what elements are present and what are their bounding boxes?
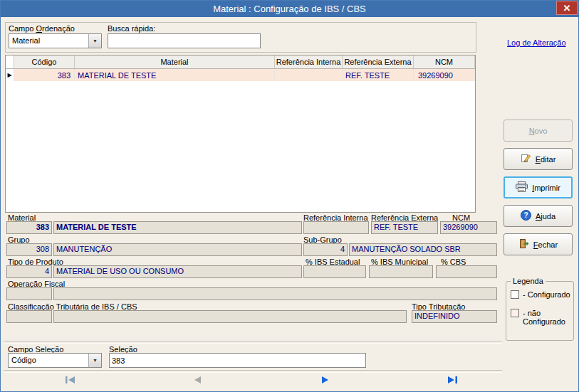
exit-door-icon bbox=[518, 238, 529, 250]
operacao-fiscal-code-field bbox=[6, 287, 52, 300]
row-indicator-icon: ▶ bbox=[7, 73, 11, 78]
legenda-group: Legenda - Configurado - não Configurado bbox=[506, 281, 574, 341]
subgrupo-name-field: MANUTENÇÃO SOLADO SBR bbox=[349, 243, 497, 256]
ibs-estadual-field bbox=[303, 265, 366, 278]
busca-rapida-label: Busca rápida: bbox=[108, 24, 155, 33]
printer-icon bbox=[516, 181, 528, 194]
busca-rapida-input[interactable] bbox=[108, 33, 261, 48]
legend-swatch-configurado bbox=[511, 290, 519, 299]
tipo-produto-name-field: MATERIAL DE USO OU CONSUMO bbox=[53, 265, 302, 278]
tipo-tributacao-field: INDEFINIDO bbox=[412, 310, 497, 323]
cbs-field bbox=[436, 265, 497, 278]
grid-header: Código Material Referência Interna Refer… bbox=[6, 55, 475, 69]
cell-codigo: 383 bbox=[14, 69, 75, 81]
legend-swatch-nao-configurado bbox=[511, 309, 519, 317]
classificacao-name-field bbox=[53, 310, 407, 323]
last-record-icon bbox=[447, 374, 458, 387]
first-record-icon bbox=[65, 374, 76, 387]
nav-first-button[interactable] bbox=[63, 375, 78, 386]
fechar-button-label: Fechar bbox=[533, 240, 558, 249]
operacao-fiscal-name-field bbox=[53, 287, 497, 300]
legend-item-nao-configurado: - não Configurado bbox=[511, 309, 570, 326]
titlebar: Material : Configuração de IBS / CBS bbox=[1, 1, 578, 17]
legenda-title: Legenda bbox=[511, 277, 546, 285]
subgrupo-code-field: 4 bbox=[303, 243, 348, 256]
tipo-produto-code-field: 4 bbox=[6, 265, 52, 278]
campo-selecao-value: Código bbox=[9, 354, 88, 367]
chevron-down-icon: ▼ bbox=[88, 354, 101, 367]
separator bbox=[4, 341, 502, 344]
close-button[interactable]: ✕ bbox=[556, 1, 578, 15]
nav-prev-button[interactable] bbox=[190, 375, 204, 386]
table-row[interactable]: ▶ 383 MATERIAL DE TESTE REF. TESTE 39269… bbox=[6, 69, 475, 81]
cell-ref-interna bbox=[275, 69, 343, 81]
dialog-window: Material : Configuração de IBS / CBS ✕ C… bbox=[0, 0, 579, 392]
imprimir-button[interactable]: Imprimir bbox=[504, 176, 573, 198]
nav-last-button[interactable] bbox=[445, 375, 459, 386]
close-icon: ✕ bbox=[563, 3, 571, 14]
col-header-ref-externa[interactable]: Referência Externa bbox=[343, 55, 414, 68]
pencil-icon bbox=[521, 153, 531, 165]
col-header-ref-interna[interactable]: Referência Interna bbox=[275, 55, 343, 68]
editar-button-label: Editar bbox=[536, 155, 556, 164]
separator bbox=[4, 370, 502, 373]
campo-selecao-select[interactable]: Código ▼ bbox=[8, 353, 102, 368]
col-header-codigo[interactable]: Código bbox=[14, 55, 75, 68]
classificacao-code-field bbox=[6, 310, 52, 323]
prev-record-icon bbox=[193, 374, 202, 387]
ibs-municipal-field bbox=[369, 265, 433, 278]
chevron-down-icon: ▼ bbox=[88, 34, 101, 48]
novo-button-label: Novo bbox=[529, 127, 548, 135]
window-title: Material : Configuração de IBS / CBS bbox=[213, 4, 366, 14]
legend-item-configurado: - Configurado bbox=[511, 290, 570, 299]
grupo-code-field: 308 bbox=[6, 243, 52, 256]
col-header-ncm[interactable]: NCM bbox=[414, 55, 475, 68]
question-mark-icon: ? bbox=[521, 210, 531, 222]
selecao-input[interactable] bbox=[109, 353, 366, 368]
grupo-name-field: MANUTENÇÃO bbox=[53, 243, 302, 256]
log-alteracao-link[interactable]: Log de Alteração bbox=[507, 38, 566, 47]
next-record-icon bbox=[321, 374, 330, 387]
campo-ordenacao-label: Campo Ordenação bbox=[9, 24, 75, 33]
campo-ordenacao-select[interactable]: Material ▼ bbox=[9, 33, 102, 48]
nav-next-button[interactable] bbox=[318, 375, 333, 386]
ajuda-button-label: Ajuda bbox=[536, 212, 555, 221]
legend-nao-configurado-label: - não Configurado bbox=[523, 309, 570, 326]
campo-ordenacao-value: Material bbox=[9, 34, 88, 48]
col-header-indicator bbox=[6, 55, 14, 68]
cell-material: MATERIAL DE TESTE bbox=[75, 69, 275, 81]
editar-button[interactable]: Editar bbox=[504, 148, 573, 170]
material-name-field: MATERIAL DE TESTE bbox=[53, 221, 302, 234]
col-header-material[interactable]: Material bbox=[75, 55, 275, 68]
ref-externa-field: REF. TESTE bbox=[371, 221, 438, 234]
material-code-field: 383 bbox=[6, 221, 52, 234]
cell-ncm: 39269090 bbox=[414, 69, 475, 81]
imprimir-button-label: Imprimir bbox=[532, 184, 560, 192]
legend-configurado-label: - Configurado bbox=[523, 290, 570, 299]
fechar-button[interactable]: Fechar bbox=[504, 233, 573, 255]
top-controls-panel: Campo Ordenação Material ▼ Busca rápida: bbox=[5, 22, 476, 53]
ajuda-button[interactable]: ? Ajuda bbox=[504, 205, 573, 227]
ncm-field: 39269090 bbox=[440, 221, 497, 234]
cell-ref-externa: REF. TESTE bbox=[343, 69, 414, 81]
row-indicator-cell: ▶ bbox=[6, 69, 14, 81]
ref-interna-field bbox=[303, 221, 369, 234]
novo-button: Novo bbox=[504, 120, 573, 142]
materials-grid: Código Material Referência Interna Refer… bbox=[5, 55, 476, 213]
svg-text:?: ? bbox=[523, 211, 528, 219]
